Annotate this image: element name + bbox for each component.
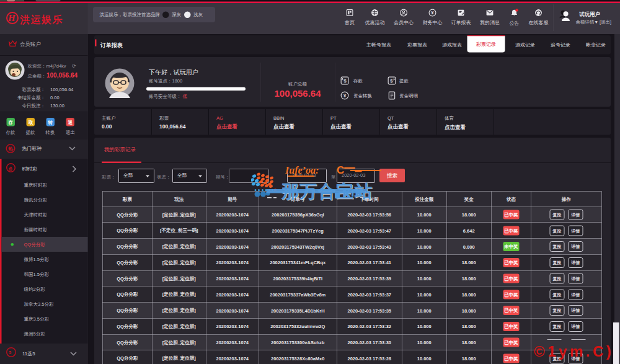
svg-text:$: $ — [343, 78, 347, 84]
svg-text:$: $ — [390, 78, 393, 84]
svg-text:¥: ¥ — [432, 11, 434, 15]
svg-text:¥: ¥ — [343, 93, 347, 99]
